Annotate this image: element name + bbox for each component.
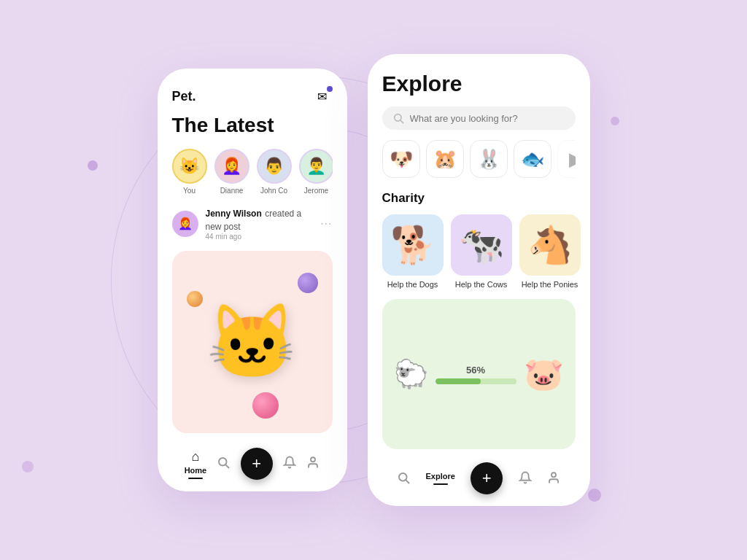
ball-purple (298, 273, 318, 293)
animal-filter-row: 🐶 🐹 🐰 🐟 ▶ (382, 140, 576, 178)
home-icon: ⌂ (191, 449, 199, 464)
activity-user: Jenny Wilson (206, 209, 262, 219)
charity-label-dogs: Help the Dogs (387, 280, 438, 289)
nav-right-explore[interactable]: Explore (425, 472, 454, 485)
activity-time: 44 min ago (206, 233, 314, 241)
story-item-jerome[interactable]: 👨‍🦱 Jerome (299, 149, 333, 195)
story-label-john: John Co (260, 187, 287, 195)
progress-bar-wrap: 56% (436, 365, 516, 384)
story-avatar-john: 👨 (257, 149, 292, 184)
app-logo: Pet. (172, 89, 196, 104)
ball-orange (187, 291, 203, 307)
nav-explore-label: Explore (425, 472, 454, 481)
notification-dot (327, 86, 333, 92)
charity-card-cows[interactable]: 🐄 Help the Cows (451, 214, 512, 289)
story-item-dianne[interactable]: 👩‍🦰 Dianne (214, 149, 249, 195)
profile-icon-right (547, 471, 560, 486)
charity-label-ponies: Help the Ponies (522, 280, 578, 289)
svg-line-6 (406, 480, 409, 483)
sheep-icon: 🐑 (394, 358, 428, 390)
progress-percent: 56% (466, 365, 485, 376)
progress-card: 🐑 56% 🐷 (382, 299, 576, 449)
charity-row: 🐕 Help the Dogs 🐄 Help the Cows 🐴 Help t… (382, 214, 576, 289)
filter-hamster[interactable]: 🐹 (426, 140, 464, 178)
charity-card-ponies[interactable]: 🐴 Help the Ponies (519, 214, 581, 289)
nav-bell[interactable] (283, 456, 296, 472)
story-label-dianne: Dianne (220, 187, 244, 195)
charity-label-cows: Help the Cows (455, 280, 508, 289)
bottom-nav-right: Explore + (382, 455, 576, 494)
charity-img-dogs: 🐕 (382, 214, 444, 276)
charity-img-cows: 🐄 (451, 214, 512, 276)
right-phone: Explore 🐶 🐹 🐰 🐟 ▶ Charity 🐕 (368, 54, 590, 506)
nav-profile[interactable] (306, 456, 320, 472)
nav-search[interactable] (217, 456, 230, 472)
story-label-jerome: Jerome (304, 187, 328, 195)
page-title: The Latest (172, 114, 333, 137)
filter-more[interactable]: ▶ (557, 140, 576, 178)
story-label-you: You (183, 187, 196, 195)
svg-point-2 (311, 457, 315, 462)
story-avatar-dianne: 👩‍🦰 (214, 149, 249, 184)
story-avatar-you: 😺 (172, 149, 207, 184)
story-item-you[interactable]: 😺 You (172, 149, 207, 195)
search-input[interactable] (410, 113, 565, 124)
charity-card-dogs[interactable]: 🐕 Help the Dogs (382, 214, 444, 289)
ball-pink (252, 392, 279, 419)
charity-img-ponies: 🐴 (519, 214, 581, 276)
search-bar[interactable] (382, 106, 576, 130)
nav-right-search[interactable] (397, 471, 410, 486)
search-bar-icon (392, 112, 404, 124)
bell-icon-right (519, 471, 532, 486)
activity-avatar: 👩‍🦰 (172, 211, 198, 237)
progress-bar-fill (436, 378, 481, 384)
mail-icon: ✉ (317, 90, 327, 104)
nav-home-label: Home (185, 466, 207, 475)
nav-home[interactable]: ⌂ Home (185, 449, 207, 479)
progress-bar-bg (436, 378, 516, 384)
svg-line-4 (400, 120, 403, 123)
add-button-right[interactable]: + (471, 462, 503, 494)
bottom-nav-left: ⌂ Home + (172, 440, 333, 480)
charity-section-label: Charity (382, 191, 576, 206)
profile-icon (306, 456, 320, 472)
pig-icon: 🐷 (524, 355, 564, 393)
cat-illustration: 🐱 (206, 299, 298, 385)
bell-icon (283, 456, 296, 472)
stories-row: 😺 You 👩‍🦰 Dianne 👨 John Co 👨‍🦱 Jerome 👩 (172, 149, 333, 195)
svg-line-1 (226, 464, 229, 467)
app-header: Pet. ✉ (172, 86, 333, 106)
filter-dog[interactable]: 🐶 (382, 140, 420, 178)
nav-right-bell[interactable] (519, 471, 532, 486)
hero-card: 🐱 (172, 251, 333, 433)
search-icon (217, 456, 230, 472)
explore-title: Explore (382, 71, 576, 96)
progress-animals-left: 🐑 (394, 358, 428, 390)
search-icon-right (397, 471, 410, 486)
story-item-john[interactable]: 👨 John Co (257, 149, 292, 195)
left-phone: Pet. ✉ The Latest 😺 You 👩‍🦰 Dianne (158, 69, 347, 491)
nav-right-profile[interactable] (547, 471, 560, 486)
filter-rabbit[interactable]: 🐰 (470, 140, 508, 178)
activity-row: 👩‍🦰 Jenny Wilson created a new post 44 m… (172, 206, 333, 241)
phones-container: Pet. ✉ The Latest 😺 You 👩‍🦰 Dianne (158, 54, 590, 506)
add-button[interactable]: + (241, 448, 273, 480)
mail-button[interactable]: ✉ (312, 86, 333, 106)
filter-fish[interactable]: 🐟 (514, 140, 551, 178)
more-options-icon[interactable]: ··· (320, 217, 332, 230)
svg-point-7 (551, 472, 556, 477)
story-avatar-jerome: 👨‍🦱 (299, 149, 333, 184)
activity-text: Jenny Wilson created a new post 44 min a… (206, 206, 314, 241)
